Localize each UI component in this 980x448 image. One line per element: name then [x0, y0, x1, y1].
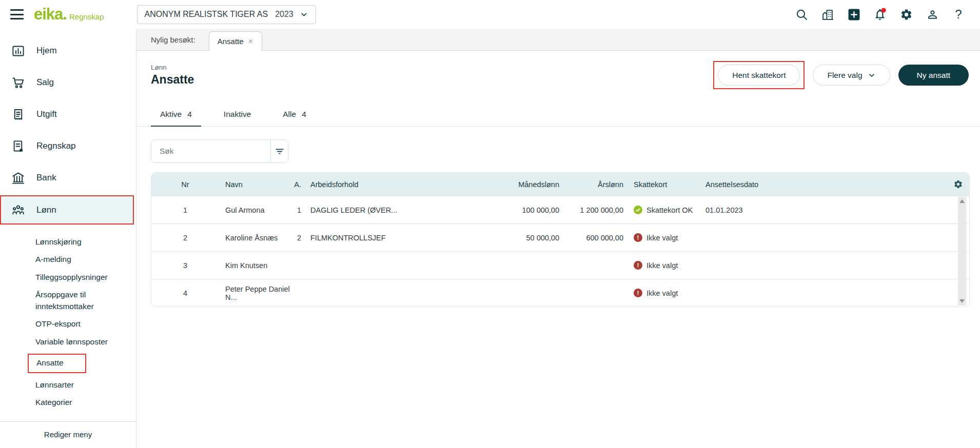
- column-header-arslonn[interactable]: Årslønn: [562, 180, 625, 189]
- add-square-icon[interactable]: [847, 7, 861, 22]
- sidebar-item-label: Utgift: [36, 109, 57, 119]
- column-header-navn[interactable]: Navn: [219, 180, 292, 189]
- close-icon[interactable]: ×: [248, 37, 253, 46]
- sidebar-item-label: Hjem: [36, 46, 57, 56]
- submenu-item-tilleggsopplysninger[interactable]: Tilleggsopplysninger: [35, 269, 136, 286]
- search-icon[interactable]: [794, 7, 809, 22]
- sidebar: Hjem Salg Utgift Regnskap Bank Lønn: [0, 29, 136, 448]
- ny-ansatt-button[interactable]: Ny ansatt: [898, 65, 969, 86]
- company-selector[interactable]: ANONYM REALISTSK TIGER AS 2023: [137, 5, 316, 24]
- cell-nr: 1: [151, 206, 219, 214]
- breadcrumb: Lønn: [151, 64, 194, 71]
- filter-button[interactable]: [270, 140, 288, 162]
- settings-gear-icon[interactable]: [899, 7, 913, 22]
- recent-tab-ansatte[interactable]: Ansatte ×: [209, 31, 262, 51]
- table-row[interactable]: 3Kim KnutsenIkke valgt: [151, 251, 969, 279]
- chevron-down-icon: [868, 71, 876, 79]
- skattekort-status-label: Ikke valgt: [646, 289, 678, 297]
- sidebar-item-salg[interactable]: Salg: [0, 67, 136, 98]
- filter-tabs: Aktive 4 Inaktive Alle 4: [136, 105, 980, 127]
- eika-logo: eika. Regnskap: [34, 5, 104, 24]
- status-error-icon: [634, 261, 642, 270]
- column-header-manedslonn[interactable]: Månedslønn: [444, 180, 562, 189]
- people-icon: [11, 203, 25, 217]
- status-ok-icon: [634, 206, 642, 214]
- tab-label: Aktive: [160, 110, 182, 119]
- notification-dot: [881, 8, 886, 12]
- cell-navn: Peter Peppe Daniel N...: [219, 285, 292, 301]
- company-name: ANONYM REALISTSK TIGER AS: [145, 10, 268, 19]
- skattekort-status-label: Skattekort OK: [646, 206, 693, 214]
- sidebar-item-bank[interactable]: Bank: [0, 162, 136, 194]
- sidebar-item-lonn[interactable]: Lønn: [0, 195, 134, 225]
- column-header-a[interactable]: A.: [292, 180, 310, 189]
- sidebar-item-label: Salg: [36, 77, 54, 88]
- tab-count: 4: [187, 110, 192, 119]
- submenu-item-a-melding[interactable]: A-melding: [35, 251, 136, 268]
- sidebar-item-label: Lønn: [36, 205, 56, 215]
- bank-icon: [11, 171, 25, 185]
- scrollbar-up-icon[interactable]: [959, 199, 965, 203]
- edit-menu-button[interactable]: Rediger meny: [0, 421, 136, 448]
- submenu-item-arsoppgave[interactable]: Årsoppgave til inntektsmottaker: [35, 286, 136, 315]
- column-header-arbeidsforhold[interactable]: Arbeidsforhold: [310, 180, 444, 189]
- profile-icon[interactable]: [925, 7, 939, 22]
- topbar: eika. Regnskap ANONYM REALISTSK TIGER AS…: [0, 0, 980, 29]
- app-window: eika. Regnskap ANONYM REALISTSK TIGER AS…: [0, 0, 980, 448]
- help-icon[interactable]: ?: [951, 7, 966, 22]
- table-row[interactable]: 4Peter Peppe Daniel N...Ikke valgt: [151, 279, 969, 307]
- table-settings-gear-icon[interactable]: [953, 179, 969, 189]
- page-header: Lønn Ansatte Hent skattekort Flere valg …: [136, 51, 980, 97]
- cell-manedslonn: 50 000,00: [444, 234, 562, 242]
- cell-nr: 2: [151, 234, 219, 242]
- skattekort-status-label: Ikke valgt: [646, 234, 678, 242]
- chevron-down-icon: [300, 10, 308, 19]
- flere-valg-button[interactable]: Flere valg: [813, 65, 890, 86]
- company-buildings-icon[interactable]: [820, 7, 835, 22]
- tab-inaktive[interactable]: Inaktive: [214, 105, 260, 126]
- cell-arbeidsforhold: FILMKONTROLLSJEF: [310, 234, 444, 242]
- submenu-item-ansatte[interactable]: Ansatte: [35, 351, 136, 376]
- cell-arbeidsforhold: DAGLIG LEDER (ØVER...: [310, 206, 444, 214]
- cell-skattekort: Ikke valgt: [625, 233, 697, 242]
- cell-nr: 4: [151, 289, 219, 297]
- submenu-item-otp-eksport[interactable]: OTP-eksport: [35, 315, 136, 333]
- column-header-nr[interactable]: Nr: [151, 180, 219, 189]
- table-row[interactable]: 2Karoline Åsnæs2FILMKONTROLLSJEF50 000,0…: [151, 223, 969, 251]
- notifications-bell-icon[interactable]: [873, 7, 887, 22]
- tab-alle[interactable]: Alle 4: [273, 105, 315, 126]
- scrollbar-down-icon[interactable]: [959, 299, 965, 303]
- sidebar-item-utgift[interactable]: Utgift: [0, 98, 136, 130]
- submenu-item-variable-lonnsposter[interactable]: Variable lønnsposter: [35, 333, 136, 351]
- status-error-icon: [634, 289, 642, 297]
- cell-navn: Karoline Åsnæs: [219, 234, 292, 242]
- submenu-item-kategorier[interactable]: Kategorier: [35, 394, 136, 411]
- hent-skattekort-button[interactable]: Hent skattekort: [718, 65, 800, 86]
- filter-icon: [274, 146, 285, 157]
- annotation-box-ansatte: Ansatte: [28, 354, 86, 373]
- sidebar-item-regnskap[interactable]: Regnskap: [0, 130, 136, 162]
- column-header-ansettelsesdato[interactable]: Ansettelsesdato: [697, 180, 822, 189]
- table-scrollbar[interactable]: [958, 197, 966, 306]
- topbar-icons: ?: [794, 7, 966, 22]
- table-row[interactable]: 1Gul Armona1DAGLIG LEDER (ØVER...100 000…: [151, 196, 969, 223]
- recently-visited-label: Nylig besøkt:: [151, 35, 195, 44]
- cell-skattekort: Ikke valgt: [625, 289, 697, 297]
- table-header: Nr Navn A. Arbeidsforhold Månedslønn Års…: [151, 173, 969, 196]
- tab-aktive[interactable]: Aktive 4: [151, 105, 201, 127]
- menu-hamburger-icon[interactable]: [10, 9, 24, 19]
- submenu-item-lonnsarter[interactable]: Lønnsarter: [35, 376, 136, 394]
- column-header-skattekort[interactable]: Skattekort: [625, 180, 697, 189]
- employees-table: Nr Navn A. Arbeidsforhold Månedslønn Års…: [151, 172, 970, 307]
- sidebar-item-label: Bank: [36, 173, 56, 183]
- content: Nylig besøkt: Ansatte × Lønn Ansatte Hen…: [136, 29, 980, 448]
- cell-skattekort: Skattekort OK: [625, 206, 697, 214]
- cell-arbeidsforhold-count: 1: [292, 206, 310, 214]
- submenu-item-lonnskjoring[interactable]: Lønnskjøring: [35, 233, 136, 251]
- search-input[interactable]: [151, 140, 270, 162]
- sidebar-item-hjem[interactable]: Hjem: [0, 35, 136, 67]
- logo-product-text: Regnskap: [69, 12, 104, 21]
- recently-visited-strip: Nylig besøkt: Ansatte ×: [136, 29, 980, 51]
- recent-tab-label: Ansatte: [218, 37, 244, 46]
- status-error-icon: [634, 233, 642, 242]
